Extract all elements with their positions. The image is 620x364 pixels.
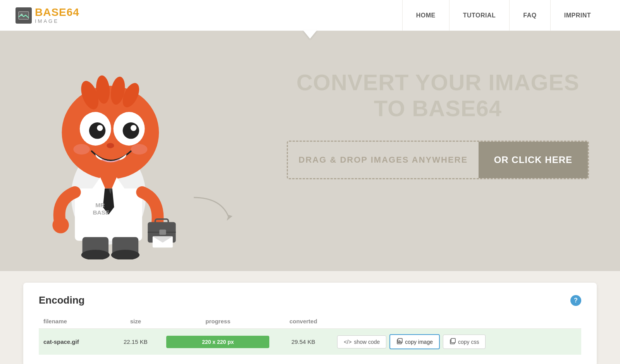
col-actions — [332, 314, 581, 329]
svg-rect-31 — [159, 230, 166, 235]
logo-main-text: BASE64 — [35, 7, 79, 18]
col-filename: filename — [39, 314, 109, 329]
nav-faq[interactable]: FAQ — [509, 0, 550, 31]
encoding-section: Encoding ? filename size progress conver… — [23, 283, 597, 364]
progress-bar: 220 x 220 px — [166, 336, 269, 348]
svg-point-13 — [131, 125, 136, 131]
logo: BASE64 IMAGE — [16, 7, 79, 24]
svg-text:BASE: BASE — [93, 209, 110, 216]
hero-title: CONVERT YOUR IMAGES TO BASE64 — [287, 70, 589, 121]
curve-arrow — [190, 194, 236, 225]
main-nav: HOME TUTORIAL FAQ IMPRINT — [402, 0, 604, 31]
svg-point-12 — [123, 122, 139, 139]
click-here-button[interactable]: OR CLICK HERE — [479, 142, 588, 178]
col-size: size — [109, 314, 162, 329]
copy-css-button[interactable]: copy css — [443, 335, 486, 349]
dropzone-label: DRAG & DROP IMAGES ANYWHERE — [288, 155, 479, 165]
hero-content: CONVERT YOUR IMAGES TO BASE64 DRAG & DRO… — [287, 70, 589, 179]
col-converted: converted — [274, 314, 332, 329]
dropzone[interactable]: DRAG & DROP IMAGES ANYWHERE OR CLICK HER… — [287, 141, 589, 179]
encoding-table: filename size progress converted cat-spa… — [39, 314, 581, 355]
file-size-cell: 22.15 KB — [109, 329, 162, 355]
actions-cell: </> show code — [332, 329, 581, 355]
mascot: MR BASE — [35, 50, 182, 259]
svg-rect-39 — [451, 338, 455, 343]
svg-point-11 — [97, 125, 103, 131]
table-header-row: filename size progress converted — [39, 314, 581, 329]
copy-image-icon — [396, 338, 403, 345]
logo-sub-text: IMAGE — [35, 19, 79, 24]
show-code-button[interactable]: </> show code — [337, 335, 386, 349]
nav-imprint[interactable]: IMPRINT — [550, 0, 604, 31]
converted-size-cell: 29.54 KB — [274, 329, 332, 355]
help-icon[interactable]: ? — [570, 295, 581, 306]
table-row: cat-space.gif 22.15 KB 220 x 220 px 29.5… — [39, 329, 581, 355]
svg-point-22 — [52, 217, 69, 233]
logo-text: BASE64 IMAGE — [35, 7, 79, 24]
copy-css-icon — [450, 338, 456, 345]
encoding-header: Encoding ? — [39, 294, 581, 306]
site-header: BASE64 IMAGE HOME TUTORIAL FAQ IMPRINT — [0, 0, 620, 31]
progress-cell: 220 x 220 px — [162, 329, 274, 355]
nav-home[interactable]: HOME — [402, 0, 449, 31]
svg-point-16 — [131, 144, 147, 155]
col-progress: progress — [162, 314, 274, 329]
svg-point-14 — [107, 143, 114, 148]
encoding-title: Encoding — [39, 294, 84, 306]
file-name-cell: cat-space.gif — [39, 329, 109, 355]
svg-point-15 — [73, 144, 90, 155]
hero-section: MR BASE — [0, 31, 620, 271]
svg-point-10 — [89, 122, 105, 139]
logo-icon — [16, 7, 32, 24]
code-icon: </> — [344, 339, 351, 345]
nav-tutorial[interactable]: TUTORIAL — [449, 0, 510, 31]
action-buttons: </> show code — [337, 334, 577, 349]
header-pointer — [303, 30, 317, 39]
copy-image-button[interactable]: copy image — [389, 334, 440, 349]
svg-text:MR: MR — [95, 202, 105, 208]
svg-point-37 — [399, 340, 400, 342]
